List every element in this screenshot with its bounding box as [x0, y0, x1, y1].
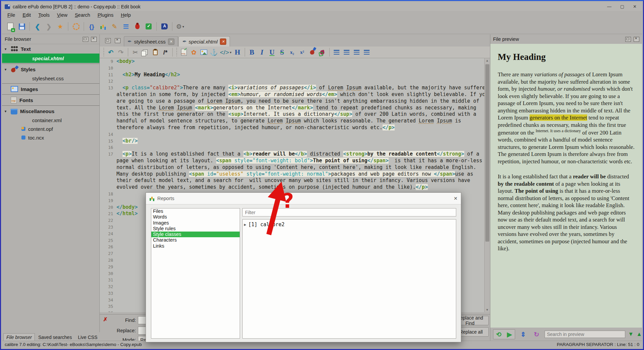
subscript-icon[interactable]: x₂ [287, 47, 297, 57]
insert-tag-icon[interactable]: </>▾ [219, 47, 233, 57]
save-icon[interactable] [16, 20, 27, 32]
tree-item-special-xhtml[interactable]: special.xhtml [2, 54, 99, 63]
menu-help[interactable]: Help [117, 12, 134, 18]
beautify-icon[interactable]: ✿ [189, 47, 199, 57]
insert-image-icon[interactable] [199, 47, 209, 57]
italic-icon[interactable]: I [257, 47, 267, 57]
drag-handle-icon[interactable] [103, 48, 105, 57]
report-category-links[interactable]: Links [151, 243, 240, 249]
tree-group-styles[interactable]: ▾Styles [2, 65, 99, 74]
close-dock-icon[interactable] [91, 37, 97, 42]
insert-style-icon[interactable] [317, 47, 327, 57]
search-prev-icon[interactable]: ▲ [636, 331, 642, 338]
tree-item-toc-ncx[interactable]: toc.ncx [2, 133, 99, 142]
scroll-down-icon[interactable]: ▼ [486, 308, 489, 312]
search-next-icon[interactable]: ▼ [628, 331, 634, 338]
report-category-characters[interactable]: Characters [151, 237, 240, 243]
menu-search[interactable]: Search [71, 12, 93, 18]
tree-group-text[interactable]: ▾Text [2, 44, 99, 54]
editor-scrollbar[interactable]: ▲ ▼ [484, 58, 490, 312]
sync-position-button[interactable]: ⇕ [518, 330, 529, 339]
insert-link-icon[interactable]: ⚓ [209, 47, 219, 57]
editor-float-icon[interactable] [105, 38, 111, 43]
caret-icon[interactable]: ▾ [5, 47, 8, 51]
caret-icon[interactable]: ▾ [5, 68, 8, 71]
tools-icon[interactable]: ⚙▾ [174, 20, 186, 32]
tree-item-container-xml[interactable]: container.xml [2, 116, 99, 124]
bold-icon[interactable]: B [247, 47, 257, 57]
tab-stylesheet-css[interactable]: ✒stylesheet.css✕ [124, 36, 178, 47]
expand-arrow-icon[interactable]: ▶ [244, 223, 246, 227]
bookmark-icon[interactable]: ★ [55, 20, 66, 32]
report-results-pane[interactable]: ▶ [1] calibre2 [242, 219, 456, 339]
menu-tools[interactable]: Tools [35, 12, 53, 18]
tree-item-content-opf[interactable]: content.opf [2, 124, 99, 133]
menu-view[interactable]: View [54, 12, 71, 18]
reload-button[interactable]: ↻ [531, 330, 542, 339]
float-dock-icon[interactable] [83, 37, 88, 42]
check-html-icon[interactable] [179, 47, 189, 57]
align-left-icon[interactable] [332, 47, 342, 57]
close-find-icon[interactable]: ✗ [103, 316, 107, 323]
tab-special-xhtml[interactable]: ✒special.xhtml✕ [178, 36, 230, 47]
back-icon[interactable]: ❮ [32, 20, 43, 32]
report-category-list[interactable]: FilesWordsImagesStyle rulesStyle classes… [151, 208, 240, 339]
drag-handle-icon[interactable] [176, 48, 178, 57]
run-preview-button[interactable]: ▶ [504, 330, 515, 339]
maximize-icon[interactable]: ▢ [620, 4, 624, 9]
undo-icon[interactable]: ↶ [106, 47, 116, 57]
check-book-icon[interactable] [70, 20, 82, 32]
tree-group-images[interactable]: Images [2, 84, 99, 94]
report-category-style-rules[interactable]: Style rules [151, 226, 240, 232]
reports-dialog-titlebar[interactable]: Reports ✕ [146, 193, 461, 204]
forward-icon[interactable]: ❯ [43, 20, 55, 32]
copy-icon[interactable] [140, 47, 150, 57]
tab-close-icon[interactable]: ✕ [220, 38, 226, 45]
align-center-icon[interactable] [342, 47, 352, 57]
caret-icon[interactable]: ▾ [5, 109, 8, 113]
report-filter-input[interactable] [242, 208, 456, 216]
tree-group-fonts[interactable]: Fonts [2, 95, 99, 105]
report-category-files[interactable]: Files [151, 208, 240, 214]
search-in-preview-input[interactable] [545, 331, 625, 338]
translate-icon[interactable] [159, 20, 170, 32]
superscript-icon[interactable]: x² [297, 47, 307, 57]
underline-icon[interactable]: U [267, 47, 277, 57]
heading-icon[interactable]: H [233, 47, 243, 57]
dock-tab-file-browser[interactable]: File browser [3, 333, 35, 341]
menu-edit[interactable]: Edit [19, 12, 34, 18]
new-file-icon[interactable] [5, 20, 16, 32]
scroll-up-icon[interactable]: ▲ [486, 59, 489, 62]
style-brush-icon[interactable] [307, 47, 317, 57]
align-right-icon[interactable] [352, 47, 362, 57]
insert-snippet-icon[interactable] [120, 20, 132, 32]
menu-file[interactable]: File [4, 12, 18, 18]
dialog-close-icon[interactable]: ✕ [454, 196, 458, 201]
editor-close-icon[interactable] [115, 38, 120, 43]
redo-icon[interactable]: ↷ [116, 47, 126, 57]
scrollbar-thumb[interactable] [485, 64, 489, 242]
report-category-style-classes[interactable]: Style classes [151, 232, 240, 237]
minimize-icon[interactable]: — [607, 4, 612, 9]
report-category-images[interactable]: Images [151, 220, 240, 226]
tree-item-stylesheet-css[interactable]: stylesheet.css [2, 74, 99, 83]
align-justify-icon[interactable] [362, 47, 372, 57]
close-icon[interactable]: ✕ [633, 4, 637, 9]
refresh-preview-button[interactable]: ⟲ [493, 330, 504, 339]
preview-float-icon[interactable] [625, 37, 631, 42]
strikethrough-icon[interactable]: S [277, 47, 287, 57]
spellcheck-icon[interactable] [143, 20, 154, 32]
report-category-words[interactable]: Words [151, 214, 240, 220]
edit-icon[interactable]: ✎ [109, 20, 120, 32]
reports-icon[interactable] [97, 20, 109, 32]
menu-plugins[interactable]: Plugins [94, 12, 117, 18]
cut-icon[interactable]: ✂ [130, 47, 140, 57]
comment-icon[interactable]: /* [160, 47, 170, 57]
paste-icon[interactable] [150, 47, 160, 57]
preview-close-icon[interactable] [634, 37, 639, 42]
debug-icon[interactable] [132, 20, 143, 32]
arrange-icon[interactable]: {} [86, 20, 97, 32]
tree-group-miscellaneous[interactable]: ▾Miscellaneous [2, 106, 99, 116]
tab-close-icon[interactable]: ✕ [168, 38, 174, 45]
report-result-row[interactable]: ▶ [1] calibre2 [243, 220, 456, 230]
